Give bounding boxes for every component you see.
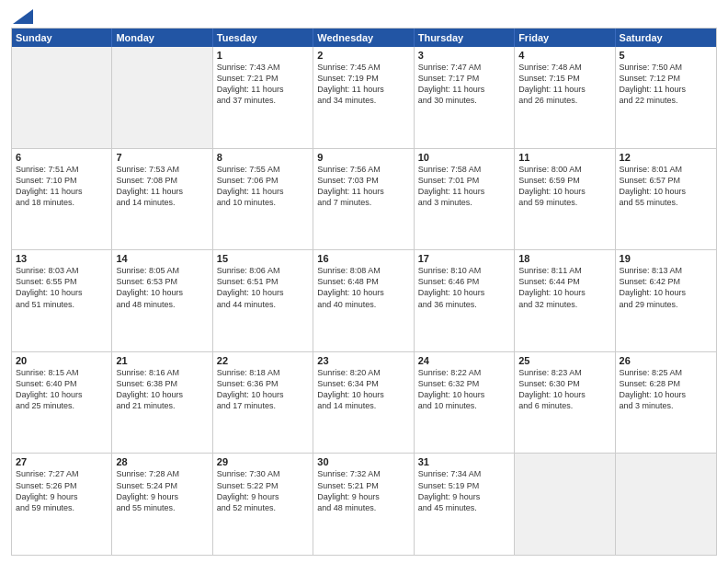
day-number: 23 bbox=[317, 355, 409, 366]
cell-info-line: Daylight: 11 hours bbox=[620, 84, 712, 95]
header-day-monday: Monday bbox=[112, 29, 212, 47]
day-number: 4 bbox=[518, 50, 610, 61]
cell-info-line: Daylight: 11 hours bbox=[317, 84, 409, 95]
cell-info-line: Sunset: 6:48 PM bbox=[317, 276, 409, 287]
cell-info-line: and 25 minutes. bbox=[16, 400, 108, 411]
cell-info-line: Sunrise: 8:11 AM bbox=[518, 265, 610, 276]
calendar-cell: 18Sunrise: 8:11 AMSunset: 6:44 PMDayligh… bbox=[515, 250, 615, 351]
day-number: 17 bbox=[418, 253, 510, 264]
cell-info-line: Sunset: 5:24 PM bbox=[116, 480, 208, 491]
cell-info-line: Daylight: 9 hours bbox=[116, 491, 208, 502]
cell-info-line: Sunrise: 8:10 AM bbox=[418, 265, 510, 276]
cell-info-line: and 40 minutes. bbox=[317, 299, 409, 310]
cell-info-line: Sunrise: 7:43 AM bbox=[217, 62, 309, 73]
calendar-cell: 2Sunrise: 7:45 AMSunset: 7:19 PMDaylight… bbox=[313, 47, 414, 148]
cell-info-line: Sunset: 6:57 PM bbox=[620, 175, 712, 186]
day-number: 25 bbox=[518, 355, 610, 366]
cell-info-line: Daylight: 9 hours bbox=[16, 491, 108, 502]
calendar-cell: 7Sunrise: 7:53 AMSunset: 7:08 PMDaylight… bbox=[112, 149, 212, 250]
cell-info-line: Sunset: 6:44 PM bbox=[518, 276, 610, 287]
header-day-wednesday: Wednesday bbox=[313, 29, 414, 47]
calendar-cell: 4Sunrise: 7:48 AMSunset: 7:15 PMDaylight… bbox=[515, 47, 615, 148]
cell-info-line: Daylight: 10 hours bbox=[217, 287, 309, 298]
cell-info-line: and 36 minutes. bbox=[418, 299, 510, 310]
cell-info-line: and 21 minutes. bbox=[116, 400, 208, 411]
cell-info-line: Sunrise: 8:13 AM bbox=[620, 265, 712, 276]
cell-info-line: and 26 minutes. bbox=[518, 95, 610, 106]
cell-info-line: Sunset: 7:21 PM bbox=[217, 73, 309, 84]
header-day-tuesday: Tuesday bbox=[213, 29, 313, 47]
cell-info-line: Daylight: 10 hours bbox=[620, 186, 712, 197]
day-number: 5 bbox=[620, 50, 712, 61]
day-number: 24 bbox=[418, 355, 510, 366]
header-day-friday: Friday bbox=[515, 29, 615, 47]
cell-info-line: Daylight: 10 hours bbox=[620, 389, 712, 400]
calendar-week-2: 6Sunrise: 7:51 AMSunset: 7:10 PMDaylight… bbox=[12, 148, 716, 250]
cell-info-line: Sunset: 6:42 PM bbox=[620, 276, 712, 287]
day-number: 29 bbox=[217, 456, 309, 467]
day-number: 28 bbox=[116, 456, 208, 467]
cell-info-line: Sunset: 6:34 PM bbox=[317, 378, 409, 389]
day-number: 15 bbox=[217, 253, 309, 264]
calendar-cell: 10Sunrise: 7:58 AMSunset: 7:01 PMDayligh… bbox=[415, 149, 515, 250]
day-number: 16 bbox=[317, 253, 409, 264]
day-number: 31 bbox=[418, 456, 510, 467]
calendar-cell bbox=[112, 47, 212, 148]
day-number: 26 bbox=[620, 355, 712, 366]
day-number: 6 bbox=[16, 152, 108, 163]
cell-info-line: and 7 minutes. bbox=[317, 197, 409, 208]
cell-info-line: and 14 minutes. bbox=[116, 197, 208, 208]
cell-info-line: Sunset: 7:17 PM bbox=[418, 73, 510, 84]
day-number: 3 bbox=[418, 50, 510, 61]
cell-info-line: and 18 minutes. bbox=[16, 197, 108, 208]
cell-info-line: and 51 minutes. bbox=[16, 299, 108, 310]
day-number: 2 bbox=[317, 50, 409, 61]
day-number: 1 bbox=[217, 50, 309, 61]
cell-info-line: Daylight: 10 hours bbox=[217, 389, 309, 400]
day-number: 12 bbox=[620, 152, 712, 163]
cell-info-line: Sunset: 7:10 PM bbox=[16, 175, 108, 186]
cell-info-line: Sunset: 6:51 PM bbox=[217, 276, 309, 287]
calendar-cell: 3Sunrise: 7:47 AMSunset: 7:17 PMDaylight… bbox=[415, 47, 515, 148]
day-number: 10 bbox=[418, 152, 510, 163]
cell-info-line: Sunrise: 8:01 AM bbox=[620, 164, 712, 175]
calendar-cell: 1Sunrise: 7:43 AMSunset: 7:21 PMDaylight… bbox=[213, 47, 313, 148]
cell-info-line: and 59 minutes. bbox=[16, 502, 108, 513]
cell-info-line: Sunrise: 8:08 AM bbox=[317, 265, 409, 276]
cell-info-line: Sunset: 5:22 PM bbox=[217, 480, 309, 491]
cell-info-line: Daylight: 10 hours bbox=[16, 287, 108, 298]
cell-info-line: Daylight: 11 hours bbox=[217, 186, 309, 197]
logo-icon bbox=[13, 9, 33, 24]
calendar-cell: 17Sunrise: 8:10 AMSunset: 6:46 PMDayligh… bbox=[415, 250, 515, 351]
cell-info-line: and 34 minutes. bbox=[317, 95, 409, 106]
cell-info-line: Sunrise: 8:05 AM bbox=[116, 265, 208, 276]
cell-info-line: Daylight: 11 hours bbox=[418, 84, 510, 95]
cell-info-line: Sunset: 6:28 PM bbox=[620, 378, 712, 389]
cell-info-line: and 29 minutes. bbox=[620, 299, 712, 310]
cell-info-line: Daylight: 11 hours bbox=[418, 186, 510, 197]
calendar-cell: 21Sunrise: 8:16 AMSunset: 6:38 PMDayligh… bbox=[112, 352, 212, 454]
cell-info-line: Sunset: 5:26 PM bbox=[16, 480, 108, 491]
calendar-cell: 31Sunrise: 7:34 AMSunset: 5:19 PMDayligh… bbox=[415, 454, 515, 555]
cell-info-line: Daylight: 11 hours bbox=[317, 186, 409, 197]
cell-info-line: and 45 minutes. bbox=[418, 502, 510, 513]
cell-info-line: Sunrise: 8:06 AM bbox=[217, 265, 309, 276]
calendar-week-1: 1Sunrise: 7:43 AMSunset: 7:21 PMDaylight… bbox=[12, 47, 716, 148]
cell-info-line: Sunrise: 7:34 AM bbox=[418, 468, 510, 479]
day-number: 21 bbox=[116, 355, 208, 366]
day-number: 11 bbox=[518, 152, 610, 163]
day-number: 8 bbox=[217, 152, 309, 163]
cell-info-line: Sunset: 6:40 PM bbox=[16, 378, 108, 389]
cell-info-line: Sunset: 7:19 PM bbox=[317, 73, 409, 84]
cell-info-line: Sunrise: 7:48 AM bbox=[518, 62, 610, 73]
cell-info-line: Daylight: 10 hours bbox=[116, 287, 208, 298]
cell-info-line: Daylight: 10 hours bbox=[16, 389, 108, 400]
cell-info-line: Sunset: 6:46 PM bbox=[418, 276, 510, 287]
cell-info-line: Sunset: 5:21 PM bbox=[317, 480, 409, 491]
cell-info-line: and 30 minutes. bbox=[418, 95, 510, 106]
calendar-cell: 23Sunrise: 8:20 AMSunset: 6:34 PMDayligh… bbox=[313, 352, 414, 454]
cell-info-line: Sunrise: 7:51 AM bbox=[16, 164, 108, 175]
cell-info-line: Daylight: 10 hours bbox=[317, 287, 409, 298]
cell-info-line: Daylight: 9 hours bbox=[317, 491, 409, 502]
cell-info-line: Daylight: 9 hours bbox=[418, 491, 510, 502]
